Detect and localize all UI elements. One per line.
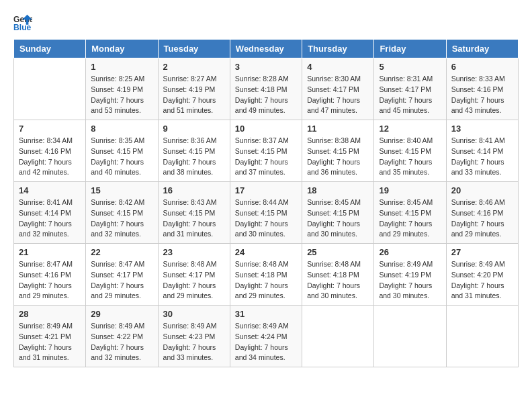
- day-info: Sunrise: 8:41 AMSunset: 4:14 PMDaylight:…: [19, 197, 81, 240]
- day-number: 1: [91, 62, 152, 72]
- day-info: Sunrise: 8:27 AMSunset: 4:19 PMDaylight:…: [163, 74, 225, 116]
- calendar-cell: [446, 306, 518, 367]
- day-info: Sunrise: 8:41 AMSunset: 4:14 PMDaylight:…: [451, 136, 513, 178]
- day-info: Sunrise: 8:46 AMSunset: 4:16 PMDaylight:…: [451, 197, 513, 240]
- day-info: Sunrise: 8:45 AMSunset: 4:15 PMDaylight:…: [307, 197, 369, 240]
- calendar-week-2: 7Sunrise: 8:34 AMSunset: 4:16 PMDaylight…: [14, 120, 519, 182]
- calendar-cell: 18Sunrise: 8:45 AMSunset: 4:15 PMDayligh…: [302, 182, 374, 244]
- logo-icon: General Blue: [13, 13, 32, 32]
- day-header-sunday: Sunday: [14, 40, 86, 58]
- calendar-header-row: SundayMondayTuesdayWednesdayThursdayFrid…: [14, 40, 519, 58]
- day-number: 22: [91, 247, 152, 257]
- calendar-cell: 14Sunrise: 8:41 AMSunset: 4:14 PMDayligh…: [14, 182, 86, 244]
- day-number: 11: [307, 124, 369, 134]
- day-number: 13: [451, 124, 513, 134]
- calendar-week-5: 28Sunrise: 8:49 AMSunset: 4:21 PMDayligh…: [14, 306, 519, 367]
- calendar-cell: 20Sunrise: 8:46 AMSunset: 4:16 PMDayligh…: [446, 182, 518, 244]
- day-info: Sunrise: 8:44 AMSunset: 4:15 PMDaylight:…: [235, 197, 297, 240]
- day-info: Sunrise: 8:47 AMSunset: 4:16 PMDaylight:…: [19, 259, 81, 302]
- calendar-body: 1Sunrise: 8:25 AMSunset: 4:19 PMDaylight…: [14, 58, 519, 367]
- day-number: 17: [235, 185, 297, 195]
- day-info: Sunrise: 8:49 AMSunset: 4:24 PMDaylight:…: [235, 321, 297, 363]
- day-info: Sunrise: 8:35 AMSunset: 4:15 PMDaylight:…: [91, 136, 152, 178]
- calendar-table: SundayMondayTuesdayWednesdayThursdayFrid…: [13, 39, 519, 367]
- day-info: Sunrise: 8:49 AMSunset: 4:22 PMDaylight:…: [91, 321, 152, 363]
- calendar-cell: 8Sunrise: 8:35 AMSunset: 4:15 PMDaylight…: [86, 120, 158, 182]
- day-info: Sunrise: 8:38 AMSunset: 4:15 PMDaylight:…: [307, 136, 369, 178]
- calendar-cell: 19Sunrise: 8:45 AMSunset: 4:15 PMDayligh…: [374, 182, 446, 244]
- day-header-friday: Friday: [374, 40, 446, 58]
- day-info: Sunrise: 8:49 AMSunset: 4:23 PMDaylight:…: [163, 321, 225, 363]
- day-number: 28: [19, 309, 81, 319]
- calendar-cell: 29Sunrise: 8:49 AMSunset: 4:22 PMDayligh…: [86, 306, 158, 367]
- calendar-week-3: 14Sunrise: 8:41 AMSunset: 4:14 PMDayligh…: [14, 182, 519, 244]
- calendar-cell: 28Sunrise: 8:49 AMSunset: 4:21 PMDayligh…: [14, 306, 86, 367]
- calendar-cell: 12Sunrise: 8:40 AMSunset: 4:15 PMDayligh…: [374, 120, 446, 182]
- day-info: Sunrise: 8:48 AMSunset: 4:18 PMDaylight:…: [235, 259, 297, 302]
- day-header-wednesday: Wednesday: [230, 40, 302, 58]
- day-number: 31: [235, 309, 297, 319]
- day-number: 14: [19, 185, 81, 195]
- day-number: 6: [451, 62, 513, 72]
- day-number: 24: [235, 247, 297, 257]
- day-number: 27: [451, 247, 513, 257]
- day-info: Sunrise: 8:49 AMSunset: 4:19 PMDaylight:…: [379, 259, 441, 302]
- calendar-cell: 3Sunrise: 8:28 AMSunset: 4:18 PMDaylight…: [230, 58, 302, 120]
- day-info: Sunrise: 8:49 AMSunset: 4:21 PMDaylight:…: [19, 321, 81, 363]
- day-number: 26: [379, 247, 441, 257]
- calendar-cell: 17Sunrise: 8:44 AMSunset: 4:15 PMDayligh…: [230, 182, 302, 244]
- day-header-saturday: Saturday: [446, 40, 518, 58]
- day-number: 5: [379, 62, 441, 72]
- day-info: Sunrise: 8:43 AMSunset: 4:15 PMDaylight:…: [163, 197, 225, 240]
- day-number: 10: [235, 124, 297, 134]
- calendar-cell: [14, 58, 86, 120]
- page-header: General Blue: [13, 13, 519, 32]
- calendar-cell: 26Sunrise: 8:49 AMSunset: 4:19 PMDayligh…: [374, 244, 446, 306]
- calendar-cell: 24Sunrise: 8:48 AMSunset: 4:18 PMDayligh…: [230, 244, 302, 306]
- day-info: Sunrise: 8:49 AMSunset: 4:20 PMDaylight:…: [451, 259, 513, 302]
- calendar-cell: 25Sunrise: 8:48 AMSunset: 4:18 PMDayligh…: [302, 244, 374, 306]
- calendar-cell: 4Sunrise: 8:30 AMSunset: 4:17 PMDaylight…: [302, 58, 374, 120]
- day-number: 12: [379, 124, 441, 134]
- day-number: 21: [19, 247, 81, 257]
- day-number: 29: [91, 309, 152, 319]
- day-number: 25: [307, 247, 369, 257]
- calendar-cell: 31Sunrise: 8:49 AMSunset: 4:24 PMDayligh…: [230, 306, 302, 367]
- day-number: 4: [307, 62, 369, 72]
- day-info: Sunrise: 8:48 AMSunset: 4:18 PMDaylight:…: [307, 259, 369, 302]
- calendar-cell: 11Sunrise: 8:38 AMSunset: 4:15 PMDayligh…: [302, 120, 374, 182]
- day-number: 9: [163, 124, 225, 134]
- day-info: Sunrise: 8:33 AMSunset: 4:16 PMDaylight:…: [451, 74, 513, 116]
- day-info: Sunrise: 8:31 AMSunset: 4:17 PMDaylight:…: [379, 74, 441, 116]
- day-info: Sunrise: 8:30 AMSunset: 4:17 PMDaylight:…: [307, 74, 369, 116]
- day-info: Sunrise: 8:36 AMSunset: 4:15 PMDaylight:…: [163, 136, 225, 178]
- calendar-cell: 7Sunrise: 8:34 AMSunset: 4:16 PMDaylight…: [14, 120, 86, 182]
- day-number: 16: [163, 185, 225, 195]
- day-header-monday: Monday: [86, 40, 158, 58]
- day-info: Sunrise: 8:42 AMSunset: 4:15 PMDaylight:…: [91, 197, 152, 240]
- calendar-cell: 16Sunrise: 8:43 AMSunset: 4:15 PMDayligh…: [158, 182, 230, 244]
- day-number: 2: [163, 62, 225, 72]
- day-header-thursday: Thursday: [302, 40, 374, 58]
- day-info: Sunrise: 8:37 AMSunset: 4:15 PMDaylight:…: [235, 136, 297, 178]
- calendar-cell: 6Sunrise: 8:33 AMSunset: 4:16 PMDaylight…: [446, 58, 518, 120]
- day-number: 15: [91, 185, 152, 195]
- calendar-cell: 2Sunrise: 8:27 AMSunset: 4:19 PMDaylight…: [158, 58, 230, 120]
- calendar-cell: 15Sunrise: 8:42 AMSunset: 4:15 PMDayligh…: [86, 182, 158, 244]
- day-info: Sunrise: 8:40 AMSunset: 4:15 PMDaylight:…: [379, 136, 441, 178]
- day-number: 3: [235, 62, 297, 72]
- day-number: 8: [91, 124, 152, 134]
- logo: General Blue: [13, 13, 38, 32]
- day-info: Sunrise: 8:28 AMSunset: 4:18 PMDaylight:…: [235, 74, 297, 116]
- day-info: Sunrise: 8:25 AMSunset: 4:19 PMDaylight:…: [91, 74, 152, 116]
- calendar-cell: [302, 306, 374, 367]
- calendar-week-1: 1Sunrise: 8:25 AMSunset: 4:19 PMDaylight…: [14, 58, 519, 120]
- calendar-cell: 13Sunrise: 8:41 AMSunset: 4:14 PMDayligh…: [446, 120, 518, 182]
- day-info: Sunrise: 8:47 AMSunset: 4:17 PMDaylight:…: [91, 259, 152, 302]
- calendar-cell: 10Sunrise: 8:37 AMSunset: 4:15 PMDayligh…: [230, 120, 302, 182]
- day-number: 20: [451, 185, 513, 195]
- calendar-cell: 21Sunrise: 8:47 AMSunset: 4:16 PMDayligh…: [14, 244, 86, 306]
- calendar-cell: 9Sunrise: 8:36 AMSunset: 4:15 PMDaylight…: [158, 120, 230, 182]
- day-number: 18: [307, 185, 369, 195]
- day-info: Sunrise: 8:48 AMSunset: 4:17 PMDaylight:…: [163, 259, 225, 302]
